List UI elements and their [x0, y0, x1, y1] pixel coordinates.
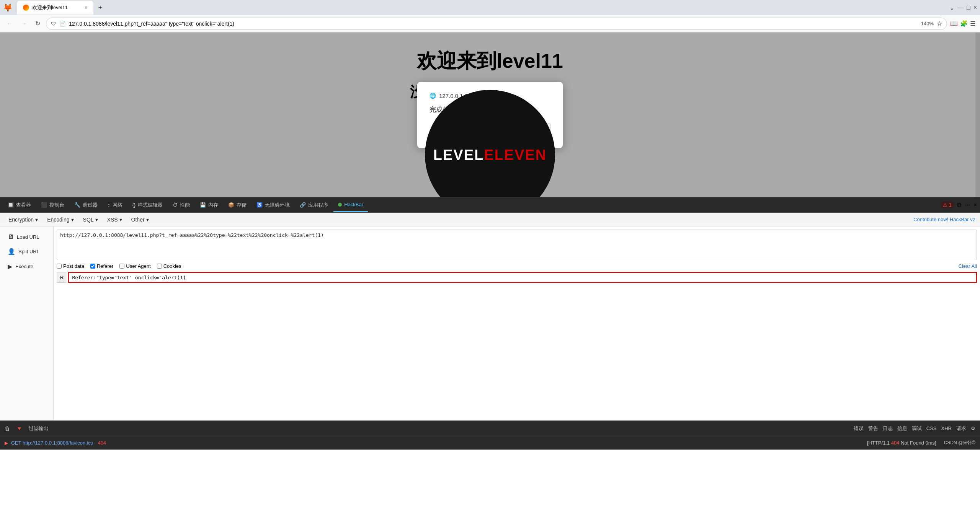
console-logs-btn[interactable]: 日志: [883, 425, 893, 432]
xss-dropdown-icon: ▾: [119, 217, 122, 223]
hackbar-encryption-menu[interactable]: Encryption ▾: [5, 215, 42, 224]
devtools-more-button[interactable]: ⋯: [964, 201, 970, 209]
execute-button[interactable]: ▶ Execute: [3, 261, 50, 272]
url-textarea[interactable]: http://127.0.0.1:8088/level11.php?t_ref=…: [57, 230, 977, 260]
devtools-tab-console[interactable]: ⬛ 控制台: [36, 198, 69, 212]
close-window-button[interactable]: ×: [973, 4, 977, 11]
bookmark-button[interactable]: ☆: [937, 20, 942, 27]
hackbar-options: Post data Referer User Agent Cookies C: [57, 263, 977, 269]
devtools: 🔲 查看器 ⬛ 控制台 🔧 调试器 ↕ 网络 {} 样式编辑器 ⏱ 性能 💾 内…: [0, 197, 980, 450]
tab-list-button[interactable]: ⌄: [949, 4, 954, 11]
devtools-copy-button[interactable]: ⧉: [957, 202, 961, 209]
console-errors-btn[interactable]: 错误: [854, 425, 864, 432]
pocket-button[interactable]: 📖: [950, 20, 958, 27]
devtools-tab-performance[interactable]: ⏱ 性能: [168, 198, 194, 212]
devtools-tab-inspector[interactable]: 🔲 查看器: [3, 198, 36, 212]
logo-circle: LEVELELEVEN: [425, 90, 555, 197]
close-tab-button[interactable]: ×: [85, 5, 87, 10]
tab-title: 欢迎来到level11: [32, 4, 82, 11]
url-input[interactable]: [69, 21, 918, 27]
filter-icon[interactable]: 🔻: [16, 425, 23, 432]
devtools-tab-memory[interactable]: 💾 内存: [195, 198, 223, 212]
referer-checkbox[interactable]: [90, 264, 95, 269]
load-url-button[interactable]: 🖥 Load URL: [3, 231, 50, 243]
logo-eleven: ELEVEN: [484, 147, 547, 163]
zoom-level[interactable]: 140%: [921, 21, 934, 26]
hackbar-xss-menu[interactable]: XSS ▾: [103, 215, 126, 224]
new-tab-button[interactable]: +: [95, 2, 106, 13]
console-xhr-btn[interactable]: XHR: [941, 425, 952, 431]
browser-chrome: 🦊 欢迎来到level11 × + ⌄ — □ × ← → ↻ 🛡 📄 140%…: [0, 0, 980, 33]
devtools-tab-network[interactable]: ↕ 网络: [103, 198, 127, 212]
devtools-tab-storage[interactable]: 📦 存储: [224, 198, 251, 212]
referer-label: Referer: [97, 263, 113, 269]
tab-bar: 🦊 欢迎来到level11 × + ⌄ — □ ×: [0, 0, 980, 15]
forward-button[interactable]: →: [18, 18, 29, 29]
browser-tab[interactable]: 欢迎来到level11 ×: [17, 1, 93, 15]
devtools-tab-right: ⚠ 1 ⧉ ⋯ ×: [941, 201, 977, 209]
console-css-btn[interactable]: CSS: [926, 425, 937, 431]
hackbar-encoding-menu[interactable]: Encoding ▾: [43, 215, 77, 224]
nav-bar: ← → ↻ 🛡 📄 140% ☆ 📖 🧩 ☰: [0, 15, 980, 32]
devtools-tab-accessibility[interactable]: ♿ 无障碍环境: [252, 198, 294, 212]
console-info-btn[interactable]: 信息: [897, 425, 907, 432]
refresh-button[interactable]: ↻: [32, 18, 43, 29]
encoding-label: Encoding: [47, 217, 69, 223]
user-agent-checkbox[interactable]: [119, 264, 124, 269]
hackbar-contribute-link[interactable]: Contribute now! HackBar v2: [913, 217, 975, 222]
devtools-tab-hackbar[interactable]: HackBar: [333, 198, 368, 212]
hackbar-sql-menu[interactable]: SQL ▾: [79, 215, 102, 224]
hackbar-left: 🖥 Load URL 👤 Split URL ▶ Execute: [0, 227, 54, 420]
http-status-badge: 404: [98, 440, 106, 446]
tab-favicon: [23, 5, 29, 11]
user-agent-label: User Agent: [126, 263, 150, 269]
devtools-close-button[interactable]: ×: [973, 202, 977, 209]
load-url-label: Load URL: [17, 234, 39, 240]
address-bar[interactable]: 🛡 📄 140% ☆: [46, 18, 947, 30]
post-data-checkbox[interactable]: [57, 264, 62, 269]
cookies-checkbox[interactable]: [157, 264, 162, 269]
firefox-icon: 🦊: [3, 3, 12, 12]
split-url-button[interactable]: 👤 Split URL: [3, 246, 50, 257]
page-security-icon: 📄: [59, 21, 66, 27]
hackbar-menu: Encryption ▾ Encoding ▾ SQL ▾ XSS ▾ Othe…: [0, 213, 980, 227]
post-data-checkbox-label[interactable]: Post data: [57, 263, 84, 269]
back-button[interactable]: ←: [5, 18, 15, 29]
console-warnings-btn[interactable]: 警告: [868, 425, 878, 432]
logo-text: LEVELELEVEN: [433, 147, 547, 163]
hackbar-right: http://127.0.0.1:8088/level11.php?t_ref=…: [54, 227, 980, 420]
user-agent-checkbox-label[interactable]: User Agent: [119, 263, 150, 269]
console-debug-btn[interactable]: 调试: [912, 425, 922, 432]
page-scrollbar[interactable]: [975, 33, 980, 197]
extension-button[interactable]: 🧩: [960, 20, 968, 27]
hackbar-other-menu[interactable]: Other ▾: [127, 215, 153, 224]
menu-button[interactable]: ☰: [970, 20, 975, 27]
console-requests-btn[interactable]: 请求: [956, 425, 966, 432]
logo-area: LEVELELEVEN: [425, 90, 555, 197]
maximize-button[interactable]: □: [967, 4, 970, 11]
logo-level: LEVEL: [433, 147, 484, 163]
execute-label: Execute: [15, 264, 33, 269]
clear-all-button[interactable]: Clear All: [959, 263, 977, 269]
cookies-label: Cookies: [163, 263, 181, 269]
devtools-tab-debugger[interactable]: 🔧 调试器: [70, 198, 102, 212]
sql-label: SQL: [83, 217, 94, 223]
execute-icon: ▶: [8, 263, 12, 270]
address-bar-right: 140% ☆: [921, 20, 942, 27]
devtools-tabs: 🔲 查看器 ⬛ 控制台 🔧 调试器 ↕ 网络 {} 样式编辑器 ⏱ 性能 💾 内…: [0, 197, 980, 213]
referer-input[interactable]: [68, 272, 977, 283]
console-settings-btn[interactable]: ⚙: [971, 425, 975, 431]
hackbar-dot-icon: [338, 203, 342, 207]
xss-label: XSS: [107, 217, 118, 223]
referer-checkbox-label[interactable]: Referer: [90, 263, 113, 269]
minimize-button[interactable]: —: [957, 4, 964, 11]
devtools-tab-application[interactable]: 🔗 应用程序: [295, 198, 333, 212]
devtools-tab-style-editor[interactable]: {} 样式编辑器: [128, 198, 168, 212]
hackbar-main: 🖥 Load URL 👤 Split URL ▶ Execute http://…: [0, 227, 980, 420]
devtools-bottom-right: 错误 警告 日志 信息 调试 CSS XHR 请求 ⚙: [854, 425, 975, 432]
trash-icon[interactable]: 🗑: [5, 425, 10, 432]
nav-right-icons: 📖 🧩 ☰: [950, 20, 975, 27]
cookies-checkbox-label[interactable]: Cookies: [157, 263, 181, 269]
hackbar-area: Encryption ▾ Encoding ▾ SQL ▾ XSS ▾ Othe…: [0, 213, 980, 420]
tab-bar-right: ⌄ — □ ×: [949, 4, 977, 11]
